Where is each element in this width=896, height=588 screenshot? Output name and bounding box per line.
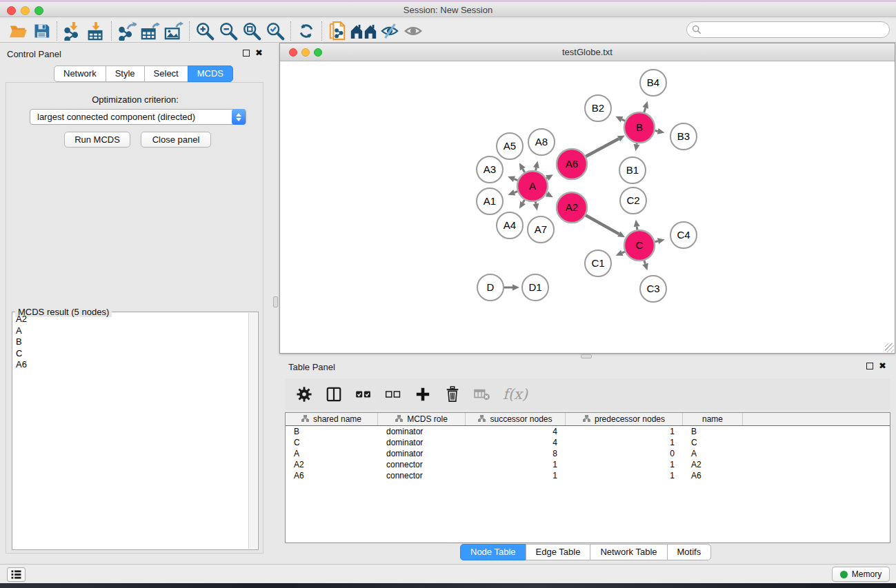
table-cell[interactable]: 1 <box>566 437 683 448</box>
first-neighbors-button[interactable] <box>349 20 378 42</box>
table-cell[interactable]: 1 <box>566 426 683 437</box>
vertical-splitter-handle[interactable] <box>273 296 278 307</box>
add-column-button[interactable] <box>414 385 432 403</box>
import-network-button[interactable] <box>61 20 84 42</box>
table-cell[interactable]: B <box>683 426 743 437</box>
graph-edge-B-B4[interactable] <box>644 108 646 112</box>
column-header-successor-nodes[interactable]: successor nodes <box>466 413 566 425</box>
result-item[interactable]: A2 <box>13 314 248 325</box>
table-row[interactable]: Adominator80A <box>286 448 890 459</box>
result-item[interactable]: B <box>13 336 248 348</box>
table-cell[interactable]: A6 <box>286 470 378 481</box>
zoom-fit-button[interactable] <box>240 20 263 42</box>
graph-edge-B-B3[interactable] <box>655 131 658 132</box>
table-cell[interactable]: 4 <box>466 426 566 437</box>
result-list-scrollbar[interactable] <box>248 313 257 549</box>
table-cell[interactable]: B <box>286 426 378 437</box>
graph-edge-A-A3[interactable] <box>514 179 517 181</box>
graph-edge-B-B2[interactable] <box>621 119 625 121</box>
table-cell[interactable]: 0 <box>566 448 683 459</box>
close-table-panel-icon[interactable]: ✖ <box>879 363 886 369</box>
table-cell[interactable]: dominator <box>378 437 466 448</box>
table-row[interactable]: A2connector11A2 <box>286 459 890 470</box>
zoom-in-button[interactable] <box>193 20 217 42</box>
search-input[interactable] <box>705 25 889 34</box>
tab-motifs[interactable]: Motifs <box>667 544 712 560</box>
graph-edge-A-A1[interactable] <box>515 192 518 193</box>
table-cell[interactable]: A <box>683 448 743 459</box>
delete-table-button[interactable] <box>473 385 491 403</box>
table-cell[interactable]: 1 <box>566 470 683 481</box>
table-row[interactable]: Bdominator41B <box>286 426 890 437</box>
graph-edge-C-C1[interactable] <box>622 252 625 253</box>
memory-button[interactable]: Memory <box>832 567 890 582</box>
refresh-button[interactable] <box>295 20 318 42</box>
graph-edge-C-C2[interactable] <box>637 227 637 230</box>
select-all-button[interactable] <box>355 385 372 403</box>
graph-edge-A-A5[interactable] <box>523 169 525 172</box>
table-cell[interactable]: C <box>286 437 378 448</box>
float-table-panel-icon[interactable] <box>866 363 873 369</box>
export-image-button[interactable] <box>162 20 186 42</box>
graph-edge-A-A8[interactable] <box>536 168 537 170</box>
show-all-button[interactable] <box>401 20 425 42</box>
table-cell[interactable]: connector <box>378 470 466 481</box>
float-panel-icon[interactable] <box>243 50 250 57</box>
tab-edge-table[interactable]: Edge Table <box>526 544 591 560</box>
table-cell[interactable]: dominator <box>378 426 466 437</box>
result-item[interactable]: C <box>13 348 248 360</box>
open-session-button[interactable] <box>6 20 30 42</box>
criterion-dropdown[interactable]: largest connected component (directed) <box>30 109 246 125</box>
graph-edge-A6-B[interactable] <box>586 139 619 156</box>
table-cell[interactable]: 1 <box>466 459 566 470</box>
network-graph[interactable]: B4B2BB3A8A5A6B1A3AC2A1A2A4A7C4CC1DD1C3 <box>280 61 895 353</box>
column-header-MCDS-role[interactable]: MCDS role <box>378 413 466 425</box>
table-cell[interactable]: connector <box>378 459 466 470</box>
column-header-predecessor-nodes[interactable]: predecessor nodes <box>566 413 683 425</box>
table-cell[interactable]: A2 <box>286 459 378 470</box>
new-network-from-selection-button[interactable] <box>326 20 349 42</box>
export-network-button[interactable] <box>115 20 139 42</box>
graph-edge-C-C4[interactable] <box>655 241 658 242</box>
unselect-all-button[interactable] <box>384 385 402 403</box>
table-cell[interactable]: 1 <box>566 459 683 470</box>
close-panel-button[interactable]: Close panel <box>141 132 211 148</box>
function-builder-button[interactable]: f(x) <box>503 385 528 403</box>
table-cell[interactable]: dominator <box>378 448 466 459</box>
graph-edge-A-A4[interactable] <box>523 200 524 203</box>
zoom-out-button[interactable] <box>217 20 240 42</box>
table-row[interactable]: A6connector11A6 <box>286 470 890 481</box>
run-mcds-button[interactable]: Run MCDS <box>64 132 130 148</box>
result-item[interactable]: A6 <box>13 359 248 371</box>
table-cell[interactable]: 8 <box>466 448 566 459</box>
zoom-selected-button[interactable] <box>263 20 287 42</box>
delete-column-button[interactable] <box>444 385 461 403</box>
tab-node-table[interactable]: Node Table <box>460 544 526 560</box>
table-settings-button[interactable] <box>295 385 313 403</box>
import-table-button[interactable] <box>84 20 108 42</box>
close-panel-icon[interactable]: ✖ <box>255 50 263 57</box>
save-session-button[interactable] <box>30 20 53 42</box>
hide-selected-button[interactable] <box>378 20 401 42</box>
window-resize-grip[interactable] <box>885 343 894 352</box>
export-table-button[interactable] <box>139 20 162 42</box>
result-item[interactable]: A <box>13 325 248 337</box>
table-cell[interactable]: A <box>286 448 378 459</box>
show-columns-button[interactable] <box>325 385 343 403</box>
tab-mcds[interactable]: MCDS <box>188 65 233 82</box>
tab-network[interactable]: Network <box>54 65 106 82</box>
task-history-button[interactable] <box>7 567 26 582</box>
column-header-shared-name[interactable]: shared name <box>286 413 378 425</box>
graph-edge-A2-C[interactable] <box>586 215 619 234</box>
table-cell[interactable]: 4 <box>466 437 566 448</box>
table-cell[interactable]: 1 <box>466 470 566 481</box>
graph-edge-A-A7[interactable] <box>535 202 536 204</box>
column-header-name[interactable]: name <box>683 413 743 425</box>
table-cell[interactable]: A6 <box>683 470 743 481</box>
tab-network-table[interactable]: Network Table <box>590 544 667 560</box>
horizontal-splitter-handle[interactable] <box>581 354 592 358</box>
tab-style[interactable]: Style <box>106 65 145 82</box>
tab-select[interactable]: Select <box>144 65 188 82</box>
table-row[interactable]: Cdominator41C <box>286 437 890 448</box>
table-cell[interactable]: A2 <box>683 459 743 470</box>
